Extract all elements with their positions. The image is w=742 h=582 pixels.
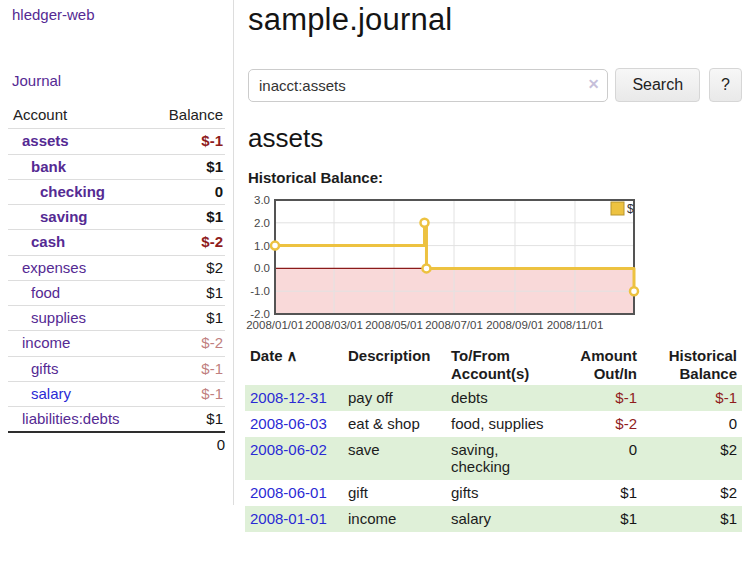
- account-balance: $1: [148, 306, 225, 331]
- data-point-marker: [421, 219, 429, 227]
- register-table: Date∧ Description To/From Account(s) Amo…: [245, 344, 742, 532]
- account-row: checking0: [8, 179, 225, 204]
- register-cell-description: gift: [343, 480, 446, 506]
- account-link[interactable]: saving: [40, 208, 88, 225]
- account-link[interactable]: expenses: [22, 259, 86, 276]
- main-content: sample.journal ✕ Search ? assets Histori…: [243, 0, 742, 532]
- date-link[interactable]: 2008-12-31: [250, 389, 327, 406]
- help-button[interactable]: ?: [709, 68, 742, 102]
- account-row: gifts$-1: [8, 356, 225, 381]
- account-link[interactable]: gifts: [31, 360, 59, 377]
- register-cell-accounts: salary: [446, 506, 564, 532]
- account-link[interactable]: income: [22, 334, 70, 351]
- account-link[interactable]: assets: [22, 132, 69, 149]
- account-row: saving$1: [8, 205, 225, 230]
- account-balance: $-2: [148, 230, 225, 255]
- x-axis-tick-label: 2008/09/01: [486, 319, 544, 331]
- register-cell-amount: $1: [564, 480, 642, 506]
- register-header-row: Date∧ Description To/From Account(s) Amo…: [245, 344, 742, 385]
- register-cell-description: income: [343, 506, 446, 532]
- table-row: 2008-06-01giftgifts$1$2: [245, 480, 742, 506]
- account-balance: $1: [148, 205, 225, 230]
- register-col-date[interactable]: Date∧: [245, 344, 343, 385]
- y-axis-tick-label: 2.0: [254, 217, 270, 229]
- y-axis-tick-label: -1.0: [250, 285, 270, 297]
- register-cell-balance: $2: [642, 480, 742, 506]
- table-row: 2008-12-31pay offdebts$-1$-1: [245, 385, 742, 411]
- register-cell-amount: 0: [564, 437, 642, 480]
- date-link[interactable]: 2008-06-03: [250, 415, 327, 432]
- register-cell-accounts: debts: [446, 385, 564, 411]
- x-axis-tick-label: 2008/07/01: [425, 319, 483, 331]
- sidebar-item-journal[interactable]: Journal: [12, 72, 61, 89]
- chart-title: Historical Balance:: [248, 169, 742, 186]
- account-balance: $-1: [148, 356, 225, 381]
- table-row: 2008-01-01incomesalary$1$1: [245, 506, 742, 532]
- register-col-balance: Historical Balance: [642, 344, 742, 385]
- balance-chart-svg: $3.02.01.00.0-1.0-2.02008/01/012008/03/0…: [243, 188, 742, 340]
- account-link[interactable]: food: [31, 284, 60, 301]
- accounts-total-spacer: [8, 432, 148, 456]
- account-row: bank$1: [8, 154, 225, 179]
- account-link[interactable]: salary: [31, 385, 71, 402]
- register-cell-accounts: food, supplies: [446, 411, 564, 437]
- register-cell-balance: $1: [642, 506, 742, 532]
- account-balance: $2: [148, 255, 225, 280]
- register-cell-accounts: gifts: [446, 480, 564, 506]
- account-row: expenses$2: [8, 255, 225, 280]
- account-row: food$1: [8, 280, 225, 305]
- app-title-link[interactable]: hledger-web: [12, 6, 95, 23]
- search-box: ✕: [248, 69, 608, 102]
- account-heading: assets: [248, 123, 742, 154]
- register-cell-date: 2008-06-03: [245, 411, 343, 437]
- register-cell-date: 2008-06-02: [245, 437, 343, 480]
- balance-chart: $3.02.01.00.0-1.0-2.02008/01/012008/03/0…: [243, 188, 742, 340]
- accounts-col-account: Account: [8, 102, 148, 129]
- register-cell-balance: $2: [642, 437, 742, 480]
- register-cell-description: save: [343, 437, 446, 480]
- accounts-header-row: Account Balance: [8, 102, 225, 129]
- sort-asc-icon: ∧: [287, 347, 298, 364]
- register-cell-description: eat & shop: [343, 411, 446, 437]
- account-balance: $1: [148, 407, 225, 433]
- account-link[interactable]: checking: [40, 183, 105, 200]
- register-cell-amount: $1: [564, 506, 642, 532]
- register-col-accounts: To/From Account(s): [446, 344, 564, 385]
- page-title: sample.journal: [248, 2, 742, 38]
- legend-label: $: [627, 202, 634, 216]
- account-link[interactable]: cash: [31, 233, 65, 250]
- table-row: 2008-06-02savesaving, checking0$2: [245, 437, 742, 480]
- account-link[interactable]: bank: [31, 158, 66, 175]
- x-axis-tick-label: 2008/05/01: [365, 319, 423, 331]
- register-cell-description: pay off: [343, 385, 446, 411]
- table-row: 2008-06-03eat & shopfood, supplies$-20: [245, 411, 742, 437]
- account-balance: 0: [148, 179, 225, 204]
- account-row: salary$-1: [8, 381, 225, 406]
- account-balance: $1: [148, 154, 225, 179]
- search-input[interactable]: [248, 69, 608, 102]
- register-cell-amount: $-1: [564, 385, 642, 411]
- account-row: cash$-2: [8, 230, 225, 255]
- date-link[interactable]: 2008-06-02: [250, 441, 327, 458]
- sidebar-divider: [233, 0, 234, 505]
- y-axis-tick-label: 0.0: [254, 262, 270, 274]
- accounts-total-row: 0: [8, 432, 225, 456]
- x-axis-tick-label: 2008/03/01: [305, 319, 363, 331]
- account-link[interactable]: liabilities:debts: [22, 410, 120, 427]
- account-row: liabilities:debts$1: [8, 407, 225, 433]
- clear-search-icon[interactable]: ✕: [588, 77, 600, 91]
- y-axis-tick-label: 1.0: [254, 240, 270, 252]
- accounts-total-value: 0: [148, 432, 225, 456]
- register-col-amount: Amount Out/In: [564, 344, 642, 385]
- y-axis-tick-label: 3.0: [254, 194, 270, 206]
- account-balance: $-1: [148, 129, 225, 154]
- accounts-table: Account Balance assets$-1bank$1checking0…: [8, 102, 225, 457]
- date-link[interactable]: 2008-06-01: [250, 484, 327, 501]
- account-link[interactable]: supplies: [31, 309, 86, 326]
- register-col-description: Description: [343, 344, 446, 385]
- register-cell-balance: 0: [642, 411, 742, 437]
- legend-swatch: [611, 202, 624, 215]
- data-point-marker: [422, 264, 430, 272]
- search-button[interactable]: Search: [615, 68, 700, 102]
- date-link[interactable]: 2008-01-01: [250, 510, 327, 527]
